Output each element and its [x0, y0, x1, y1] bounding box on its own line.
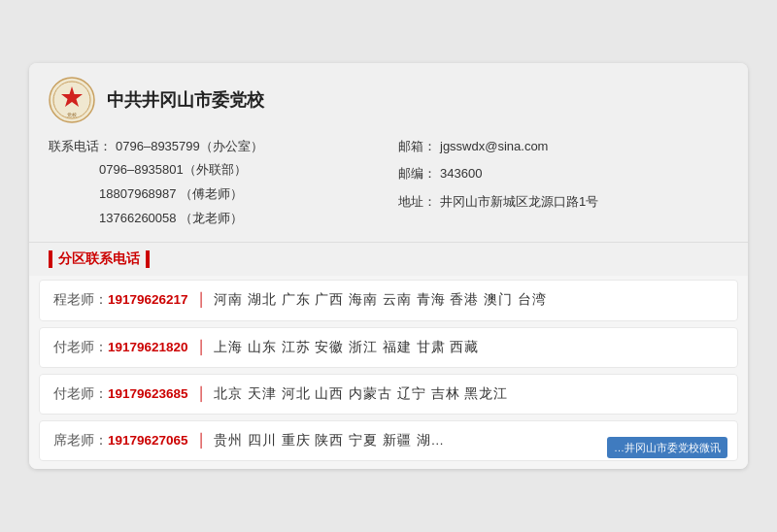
school-name: 中共井冈山市委党校	[107, 88, 264, 112]
email-value: jgsswdx@sina.com	[440, 135, 548, 159]
main-card: 党校 中共井冈山市委党校 联系电话： 0796–8935799（办公室） 079…	[29, 63, 748, 470]
teacher-name-1: 付老师：	[53, 338, 108, 357]
region-sep-3: │	[198, 431, 206, 450]
phone-row-4: 13766260058 （龙老师）	[49, 207, 379, 231]
region-item-0: 程老师： 19179626217 │ 河南 湖北 广东 广西 海南 云南 青海 …	[39, 280, 738, 320]
address-label: 地址：	[398, 190, 436, 215]
regions-text-3: 贵州 四川 重庆 陕西 宁夏 新疆 湖…	[214, 431, 445, 450]
email-label: 邮箱：	[398, 135, 436, 159]
regions-text-2: 北京 天津 河北 山西 内蒙古 辽宁 吉林 黑龙江	[214, 384, 508, 404]
teacher-name-0: 程老师：	[53, 290, 108, 310]
address-value: 井冈山市新城区龙源口路1号	[440, 190, 598, 215]
regions-text-0: 河南 湖北 广东 广西 海南 云南 青海 香港 澳门 台湾	[214, 290, 547, 310]
teacher-name-2: 付老师：	[53, 384, 108, 404]
teacher-phone-0: 19179626217	[108, 290, 188, 310]
phone-row-2: 0796–8935801（外联部）	[49, 158, 379, 183]
teacher-phone-1: 19179621820	[108, 338, 188, 357]
regions-text-1: 上海 山东 江苏 安徽 浙江 福建 甘肃 西藏	[214, 338, 479, 357]
region-item-3: 席老师： 19179627065 │ 贵州 四川 重庆 陕西 宁夏 新疆 湖… …	[39, 420, 738, 461]
school-logo-icon: 党校	[49, 77, 95, 123]
region-item-1: 付老师： 19179621820 │ 上海 山东 江苏 安徽 浙江 福建 甘肃 …	[39, 327, 738, 368]
phone-value-1: 0796–8935799（办公室）	[116, 135, 263, 159]
region-item-2: 付老师： 19179623685 │ 北京 天津 河北 山西 内蒙古 辽宁 吉林…	[39, 374, 738, 415]
divider-bar-left	[49, 250, 52, 268]
region-sep-2: │	[198, 384, 206, 404]
divider-section: 分区联系电话	[29, 243, 748, 276]
teacher-name-3: 席老师：	[53, 431, 108, 450]
school-title-row: 党校 中共井冈山市委党校	[49, 77, 728, 123]
contact-left: 联系电话： 0796–8935799（办公室） 0796–8935801（外联部…	[49, 135, 379, 231]
phone-value-4: 13766260058 （龙老师）	[99, 211, 243, 225]
phone-value-3: 18807968987 （傅老师）	[99, 186, 243, 201]
header-section: 党校 中共井冈山市委党校 联系电话： 0796–8935799（办公室） 079…	[29, 63, 748, 244]
contact-grid: 联系电话： 0796–8935799（办公室） 0796–8935801（外联部…	[49, 135, 728, 231]
email-row: 邮箱： jgsswdx@sina.com	[398, 135, 728, 159]
phone-row-1: 联系电话： 0796–8935799（办公室）	[49, 135, 379, 159]
teacher-phone-2: 19179623685	[108, 384, 188, 404]
region-sep-0: │	[198, 290, 206, 310]
region-list: 程老师： 19179626217 │ 河南 湖北 广东 广西 海南 云南 青海 …	[29, 276, 748, 469]
section-title: 分区联系电话	[58, 250, 140, 268]
address-row: 地址： 井冈山市新城区龙源口路1号	[398, 190, 728, 215]
postcode-row: 邮编： 343600	[398, 162, 728, 186]
postcode-value: 343600	[440, 162, 482, 186]
phone-value-2: 0796–8935801（外联部）	[99, 162, 247, 177]
phone-row-3: 18807968987 （傅老师）	[49, 183, 379, 207]
divider-bar-right	[146, 250, 150, 268]
watermark-badge: …井冈山市委党校微讯	[607, 437, 727, 459]
region-sep-1: │	[198, 338, 206, 357]
phone-label: 联系电话：	[49, 135, 112, 159]
teacher-phone-3: 19179627065	[108, 431, 188, 450]
contact-right: 邮箱： jgsswdx@sina.com 邮编： 343600 地址： 井冈山市…	[398, 135, 728, 231]
postcode-label: 邮编：	[398, 162, 436, 186]
svg-text:党校: 党校	[67, 112, 77, 117]
